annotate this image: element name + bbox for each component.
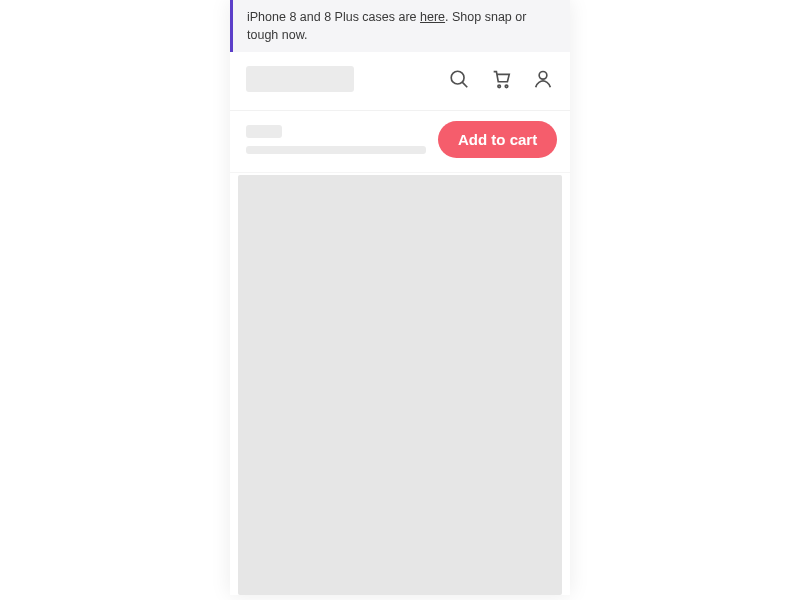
announcement-bar: iPhone 8 and 8 Plus cases are here. Shop…	[230, 0, 570, 52]
mobile-viewport: iPhone 8 and 8 Plus cases are here. Shop…	[230, 0, 570, 595]
svg-point-3	[505, 85, 508, 88]
header-actions	[448, 68, 554, 90]
cart-icon[interactable]	[490, 68, 512, 90]
account-icon[interactable]	[532, 68, 554, 90]
product-content	[230, 173, 570, 595]
svg-point-2	[498, 85, 501, 88]
logo-placeholder	[246, 66, 354, 92]
add-to-cart-button[interactable]: Add to cart	[438, 121, 557, 158]
product-image-placeholder	[238, 175, 562, 595]
announcement-prefix: iPhone 8 and 8 Plus cases are	[247, 10, 420, 24]
svg-line-1	[462, 82, 467, 87]
title-placeholder	[246, 146, 426, 154]
svg-point-4	[539, 72, 547, 80]
site-header	[230, 52, 570, 111]
product-summary-bar: Add to cart	[230, 111, 570, 173]
svg-point-0	[451, 71, 464, 84]
price-placeholder	[246, 125, 282, 138]
announcement-link[interactable]: here	[420, 10, 445, 24]
product-meta	[246, 125, 426, 154]
search-icon[interactable]	[448, 68, 470, 90]
